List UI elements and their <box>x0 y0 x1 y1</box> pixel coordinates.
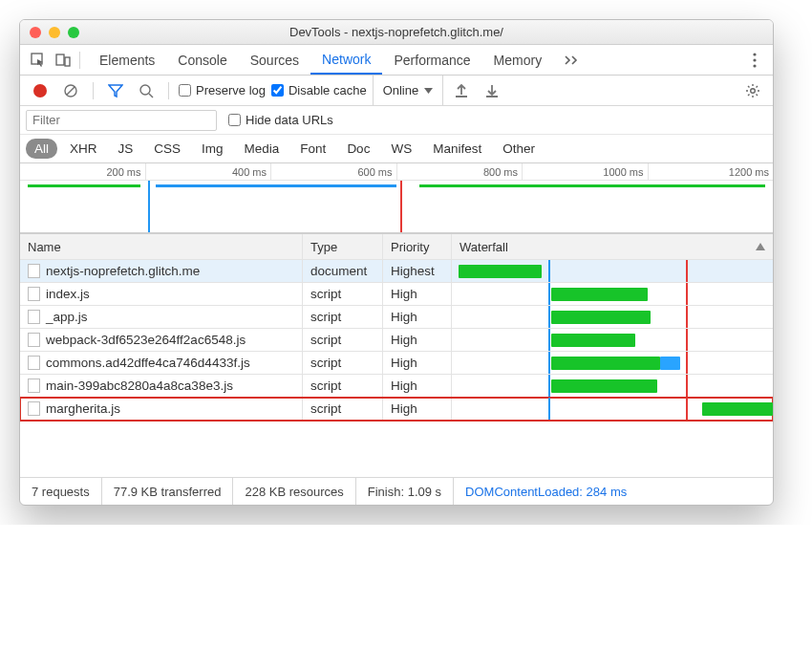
filter-input[interactable] <box>26 110 217 131</box>
svg-line-7 <box>67 87 75 95</box>
file-icon <box>28 401 40 416</box>
col-waterfall[interactable]: Waterfall <box>452 234 773 259</box>
filter-icon[interactable] <box>103 78 128 103</box>
settings-icon[interactable] <box>740 78 765 103</box>
maximize-icon[interactable] <box>68 27 79 38</box>
type-js[interactable]: JS <box>110 139 142 159</box>
file-icon <box>28 333 40 347</box>
search-icon[interactable] <box>134 78 159 103</box>
tab-overflow[interactable] <box>553 45 591 75</box>
request-row[interactable]: webpack-3df6523e264ff2ac6548.js script H… <box>20 329 773 352</box>
filter-bar: Hide data URLs <box>20 106 773 135</box>
tick-label: 200 ms <box>106 166 140 178</box>
more-options-icon[interactable] <box>742 48 767 73</box>
type-img[interactable]: Img <box>193 139 232 159</box>
svg-rect-2 <box>65 57 70 66</box>
timeline-graph <box>20 181 773 232</box>
status-bar: 7 requests 77.9 KB transferred 228 KB re… <box>20 478 773 505</box>
tab-performance[interactable]: Performance <box>382 45 481 75</box>
throttling-value: Online <box>383 83 419 97</box>
request-name: margherita.js <box>46 401 120 416</box>
status-finish: Finish: 1.09 s <box>356 478 454 505</box>
network-toolbar: Preserve log Disable cache Online <box>20 76 773 106</box>
request-type: script <box>303 283 383 305</box>
request-row[interactable]: main-399abc8280a4a8ca38e3.js script High <box>20 375 773 398</box>
traffic-lights <box>30 27 79 38</box>
disable-cache-checkbox[interactable]: Disable cache <box>271 83 367 97</box>
minimize-icon[interactable] <box>49 27 60 38</box>
type-xhr[interactable]: XHR <box>61 139 106 159</box>
timeline-ruler: 200 ms 400 ms 600 ms 800 ms 1000 ms 1200… <box>20 163 773 181</box>
request-name: nextjs-noprefetch.glitch.me <box>46 264 200 278</box>
type-all[interactable]: All <box>26 139 57 159</box>
request-type: script <box>303 398 383 420</box>
waterfall-cell <box>452 352 773 374</box>
request-name: commons.ad42dffe4ca746d4433f.js <box>46 356 250 370</box>
tab-network[interactable]: Network <box>310 45 382 75</box>
type-media[interactable]: Media <box>236 139 288 159</box>
preserve-log-checkbox[interactable]: Preserve log <box>179 83 266 97</box>
type-manifest[interactable]: Manifest <box>424 139 490 159</box>
record-icon[interactable] <box>28 78 53 103</box>
type-font[interactable]: Font <box>291 139 334 159</box>
request-row[interactable]: index.js script High <box>20 283 773 306</box>
separator <box>93 82 94 99</box>
waterfall-cell <box>452 260 773 282</box>
tick-label: 400 ms <box>232 166 267 178</box>
request-priority: High <box>383 398 452 420</box>
file-icon <box>28 264 40 278</box>
clear-icon[interactable] <box>58 78 83 103</box>
upload-har-icon[interactable] <box>449 78 474 103</box>
type-ws[interactable]: WS <box>382 139 420 159</box>
hide-data-urls-checkbox[interactable]: Hide data URLs <box>228 113 333 127</box>
hide-data-urls-label: Hide data URLs <box>246 113 333 127</box>
status-domcontentloaded: DOMContentLoaded: 284 ms <box>454 478 638 505</box>
inspect-element-icon[interactable] <box>26 48 51 73</box>
tab-memory[interactable]: Memory <box>482 45 554 75</box>
download-har-icon[interactable] <box>480 78 504 103</box>
request-row[interactable]: nextjs-noprefetch.glitch.me document Hig… <box>20 260 773 283</box>
tick-label: 600 ms <box>357 166 392 178</box>
timeline-overview[interactable]: 200 ms 400 ms 600 ms 800 ms 1000 ms 1200… <box>20 163 773 233</box>
device-toolbar-icon[interactable] <box>51 48 75 73</box>
titlebar: DevTools - nextjs-noprefetch.glitch.me/ <box>20 20 773 45</box>
request-priority: High <box>383 352 452 374</box>
tab-console[interactable]: Console <box>166 45 238 75</box>
type-other[interactable]: Other <box>494 139 544 159</box>
request-row[interactable]: _app.js script High <box>20 306 773 329</box>
throttling-select[interactable]: Online <box>373 76 444 105</box>
tab-sources[interactable]: Sources <box>239 45 310 75</box>
devtools-window: DevTools - nextjs-noprefetch.glitch.me/ … <box>19 19 774 506</box>
request-priority: High <box>383 329 452 351</box>
close-icon[interactable] <box>30 27 41 38</box>
preserve-log-label: Preserve log <box>196 83 266 97</box>
window-title: DevTools - nextjs-noprefetch.glitch.me/ <box>20 25 773 39</box>
waterfall-cell <box>452 283 773 305</box>
type-css[interactable]: CSS <box>145 139 189 159</box>
col-name[interactable]: Name <box>20 234 303 259</box>
col-priority[interactable]: Priority <box>383 234 452 259</box>
request-priority: High <box>383 375 452 397</box>
tick-label: 800 ms <box>483 166 518 178</box>
request-name: main-399abc8280a4a8ca38e3.js <box>46 379 233 393</box>
requests-table-header: Name Type Priority Waterfall <box>20 233 773 260</box>
disable-cache-label: Disable cache <box>288 83 367 97</box>
col-type[interactable]: Type <box>303 234 383 259</box>
svg-rect-1 <box>56 54 64 65</box>
request-row-highlighted[interactable]: margherita.js script High <box>20 398 773 421</box>
waterfall-cell <box>452 398 773 420</box>
file-icon <box>28 310 40 324</box>
status-resources: 228 KB resources <box>233 478 355 505</box>
status-requests: 7 requests <box>20 478 102 505</box>
tab-elements[interactable]: Elements <box>88 45 166 75</box>
svg-point-3 <box>753 53 756 55</box>
waterfall-cell <box>452 375 773 397</box>
request-type: script <box>303 375 383 397</box>
panel-tabs: Elements Console Sources Network Perform… <box>20 45 773 76</box>
svg-point-5 <box>753 64 756 67</box>
request-name: webpack-3df6523e264ff2ac6548.js <box>46 333 246 347</box>
request-row[interactable]: commons.ad42dffe4ca746d4433f.js script H… <box>20 352 773 375</box>
type-doc[interactable]: Doc <box>338 139 378 159</box>
svg-line-9 <box>149 94 153 97</box>
request-type: script <box>303 352 383 374</box>
